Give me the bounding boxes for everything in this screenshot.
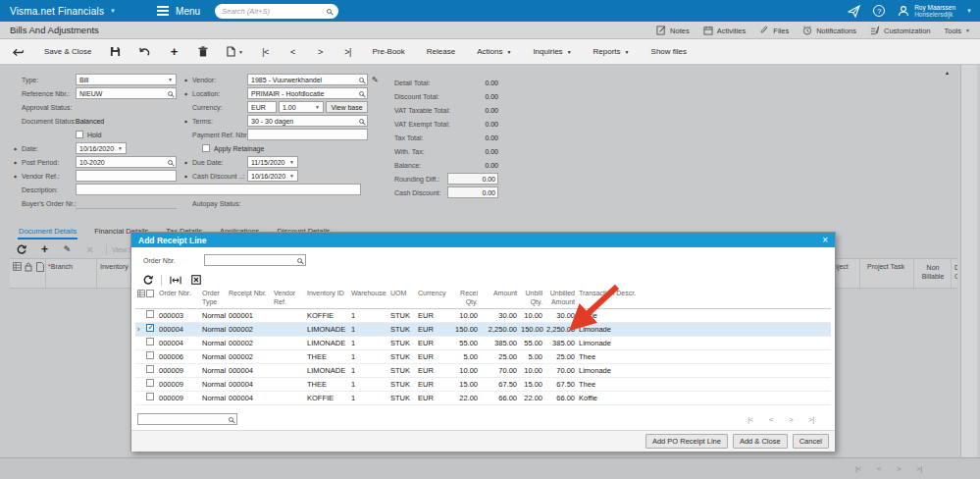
add-button[interactable]: +: [159, 44, 188, 59]
payment-ref-input[interactable]: [247, 129, 368, 140]
cell[interactable]: 30.00: [480, 308, 519, 322]
grid-add-row-button[interactable]: +: [33, 242, 56, 256]
cell[interactable]: EUR: [416, 308, 449, 322]
cell[interactable]: 000004: [157, 336, 200, 349]
row-checkbox[interactable]: [146, 393, 154, 400]
notifications-button[interactable]: Notifications: [802, 26, 856, 35]
cell[interactable]: 000004: [227, 391, 272, 404]
cancel-button[interactable]: Cancel: [793, 434, 829, 449]
collapse-form-icon[interactable]: ▲: [945, 70, 950, 76]
cell[interactable]: [272, 363, 305, 377]
last-page-button[interactable]: >|: [916, 464, 922, 473]
currency-rate[interactable]: 1.00▼: [279, 101, 324, 113]
receipt-line-row[interactable]: 000006Normal000002THEE1STUKEUR5.0025.005…: [135, 349, 831, 363]
view-base-button[interactable]: View base: [326, 101, 368, 113]
cell[interactable]: 10.00: [449, 308, 480, 322]
column-header[interactable]: Receipt Nbr.: [227, 289, 272, 308]
location-input[interactable]: PRIMAIR - Hoofdlocatie: [247, 87, 368, 99]
cell[interactable]: 000002: [227, 349, 272, 363]
prebook-button[interactable]: Pre-Book: [361, 47, 415, 56]
vendor-input[interactable]: 1985 - Vuurwerkhandel: [247, 74, 368, 85]
search-input[interactable]: [222, 7, 327, 16]
cell[interactable]: 000004: [227, 377, 272, 391]
date-picker-icon[interactable]: ▼: [289, 159, 294, 165]
row-checkbox[interactable]: [146, 324, 154, 332]
cell[interactable]: 1: [349, 336, 388, 349]
grid-edit-button[interactable]: ✎: [56, 244, 78, 254]
cell[interactable]: 22.00: [519, 391, 544, 404]
cell[interactable]: Normal: [200, 391, 227, 404]
cell[interactable]: 55.00: [519, 336, 544, 349]
cash-discount-date-input[interactable]: 10/16/2020▼: [247, 170, 298, 182]
cell[interactable]: 000002: [227, 336, 272, 349]
cell[interactable]: 000004: [227, 363, 272, 377]
order-nbr-input[interactable]: [204, 254, 306, 266]
cell[interactable]: LIMONADE: [305, 336, 349, 349]
lookup-icon[interactable]: [168, 91, 173, 96]
cell[interactable]: 1: [349, 363, 388, 377]
receipt-line-row[interactable]: ›000004Normal000002LIMONADE1STUKEUR150.0…: [135, 322, 831, 336]
next-record-button[interactable]: >: [306, 47, 334, 57]
cell[interactable]: STUK: [388, 336, 416, 349]
column-header[interactable]: Recei Qty.: [449, 289, 480, 308]
row-checkbox[interactable]: [146, 379, 154, 387]
cell[interactable]: 22.00: [449, 391, 480, 404]
brand-chevron-down-icon[interactable]: ▼: [110, 8, 116, 14]
cell[interactable]: 10.00: [449, 363, 480, 377]
cell[interactable]: 67.50: [480, 377, 519, 391]
receipt-line-row[interactable]: 000003Normal000001KOFFIE1STUKEUR10.0030.…: [135, 308, 831, 322]
add-and-close-button[interactable]: Add & Close: [733, 434, 788, 449]
post-period-input[interactable]: 10-2020: [76, 156, 177, 168]
cell[interactable]: [272, 308, 305, 322]
cell[interactable]: 1: [349, 391, 388, 404]
cell[interactable]: [272, 349, 305, 363]
date-input[interactable]: 10/16/2020▼: [76, 142, 127, 154]
cell[interactable]: 25.00: [544, 349, 577, 363]
hold-checkbox[interactable]: Hold: [76, 131, 101, 138]
cell[interactable]: Normal: [200, 308, 227, 322]
cell[interactable]: 000009: [157, 391, 200, 404]
project-task-column-header[interactable]: Project Task: [867, 263, 904, 270]
cell[interactable]: Thee: [577, 349, 831, 363]
cell[interactable]: 1: [349, 377, 388, 391]
column-header[interactable]: Unbill Qty.: [519, 289, 544, 308]
tools-button[interactable]: Tools ▼: [945, 27, 970, 35]
date-picker-icon[interactable]: ▼: [289, 173, 294, 179]
fit-width-button[interactable]: [166, 276, 185, 285]
cell[interactable]: 70.00: [480, 363, 519, 377]
grid-delete-row-button[interactable]: ✕: [78, 244, 101, 255]
cell[interactable]: LIMONADE: [305, 322, 349, 336]
export-excel-button[interactable]: [185, 275, 207, 285]
lookup-icon[interactable]: [359, 78, 364, 82]
cell[interactable]: Thee: [577, 377, 831, 391]
cell[interactable]: 67.50: [544, 377, 577, 391]
receipt-line-row[interactable]: 000004Normal000002LIMONADE1STUKEUR55.003…: [135, 336, 831, 349]
delete-button[interactable]: [188, 46, 218, 57]
show-files-button[interactable]: Show files: [641, 47, 697, 56]
search-icon[interactable]: [229, 417, 233, 422]
cell[interactable]: 385.00: [544, 336, 577, 349]
cell[interactable]: STUK: [388, 322, 416, 336]
last-record-button[interactable]: >|: [334, 47, 361, 57]
vendor-ref-input[interactable]: [76, 170, 177, 182]
close-icon[interactable]: ×: [822, 236, 828, 245]
cell[interactable]: Normal: [200, 322, 227, 336]
deferral-column-header[interactable]: Deferral Code: [954, 263, 957, 285]
lookup-icon[interactable]: [168, 160, 173, 165]
grid-settings-icon[interactable]: [137, 290, 145, 297]
cell[interactable]: KOFFIE: [305, 308, 349, 322]
cell[interactable]: Koffie: [577, 391, 831, 404]
first-record-button[interactable]: |<: [251, 47, 279, 57]
cell[interactable]: 385.00: [480, 336, 519, 349]
apply-retainage-checkbox[interactable]: Apply Retainage: [202, 144, 264, 152]
search-icon[interactable]: [327, 9, 332, 14]
column-header[interactable]: Order Type: [200, 289, 227, 308]
cell[interactable]: 000001: [227, 308, 272, 322]
cell[interactable]: 000009: [157, 377, 200, 391]
tab-document-details[interactable]: Document Details: [18, 225, 77, 240]
next-page-button[interactable]: >: [789, 415, 793, 424]
type-select[interactable]: Bill▼: [76, 74, 177, 85]
cell[interactable]: 10.00: [519, 308, 544, 322]
cell[interactable]: STUK: [388, 308, 416, 322]
cell[interactable]: 5.00: [449, 349, 480, 363]
